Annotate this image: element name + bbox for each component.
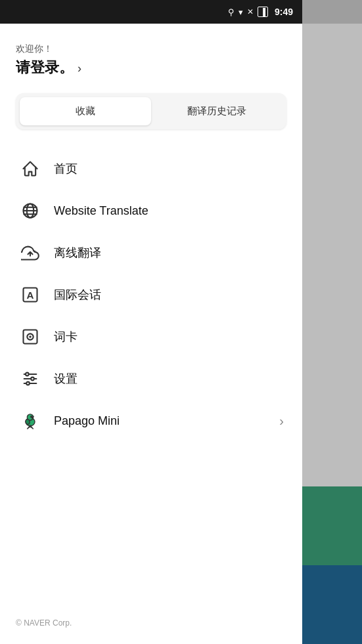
tab-favorites[interactable]: 收藏	[20, 97, 151, 125]
panel-gray-mid	[302, 24, 362, 486]
svg-point-10	[29, 335, 32, 338]
nav-label-offline: 离线翻译	[54, 245, 101, 261]
copyright-text: © NAVER Corp.	[16, 618, 72, 628]
login-section: 欢迎你！ 请登录。 ›	[16, 43, 286, 77]
nav-item-papago[interactable]: Papago Mini ›	[16, 400, 286, 442]
login-arrow-icon: ›	[78, 62, 81, 75]
login-prompt: 请登录。	[16, 58, 74, 77]
home-icon	[18, 157, 42, 181]
right-panel	[302, 0, 362, 644]
nav-label-conversation: 国际会话	[54, 287, 101, 303]
footer: © NAVER Corp.	[16, 606, 286, 633]
nav-item-settings[interactable]: 设置	[16, 358, 286, 400]
nav-list: 首页 Website Translate	[16, 148, 286, 442]
nav-label-papago: Papago Mini	[54, 414, 120, 428]
nav-item-flashcard[interactable]: 词卡	[16, 316, 286, 358]
main-panel: ⚲ ▾ ✕ ▐ 9:49 欢迎你！ 请登录。 › 收藏 翻译历史记录	[0, 0, 302, 644]
nav-item-home[interactable]: 首页	[16, 148, 286, 190]
papago-chevron-icon: ›	[279, 414, 284, 429]
signal-icon: ✕	[247, 7, 254, 16]
status-bar: ⚲ ▾ ✕ ▐ 9:49	[0, 0, 302, 24]
content-area: 欢迎你！ 请登录。 › 收藏 翻译历史记录 首页	[0, 24, 302, 644]
login-row[interactable]: 请登录。 ›	[16, 58, 286, 77]
welcome-text: 欢迎你！	[16, 43, 286, 55]
panel-gray-top	[302, 0, 362, 24]
tab-history[interactable]: 翻译历史记录	[151, 97, 283, 125]
card-icon	[18, 325, 42, 349]
nav-label-settings: 设置	[54, 371, 78, 387]
globe-icon	[18, 199, 42, 223]
nav-item-website-translate[interactable]: Website Translate	[16, 190, 286, 232]
nav-label-website-translate: Website Translate	[54, 204, 148, 218]
svg-point-15	[31, 377, 34, 381]
nav-label-flashcard: 词卡	[54, 329, 78, 345]
cloud-icon	[18, 241, 42, 265]
nav-label-home: 首页	[54, 161, 78, 177]
nav-item-offline[interactable]: 离线翻译	[16, 232, 286, 274]
battery-icon: ▐	[258, 7, 268, 17]
svg-text:A: A	[27, 290, 34, 301]
panel-dark-blue	[302, 565, 362, 644]
svg-point-16	[26, 382, 30, 385]
location-icon: ⚲	[228, 7, 235, 17]
panel-green	[302, 486, 362, 565]
nav-item-conversation[interactable]: A 国际会话	[16, 274, 286, 316]
font-icon: A	[18, 283, 42, 307]
sliders-icon	[18, 367, 42, 391]
status-time: 9:49	[275, 7, 293, 17]
wifi-icon: ▾	[238, 7, 243, 17]
svg-point-14	[26, 373, 29, 376]
svg-point-20	[31, 416, 32, 417]
papago-icon	[18, 409, 42, 433]
tab-bar: 收藏 翻译历史记录	[16, 93, 286, 129]
